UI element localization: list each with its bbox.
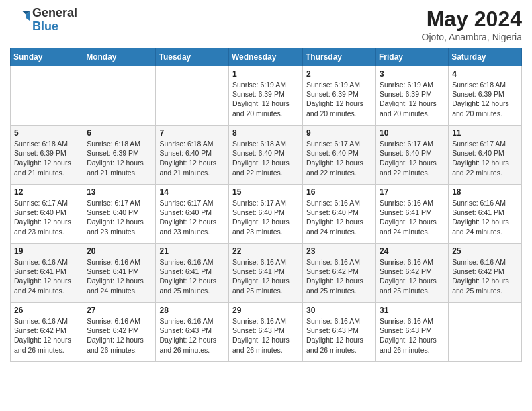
calendar-title: May 2024	[422, 7, 522, 32]
table-row: 12Sunrise: 6:17 AM Sunset: 6:40 PM Dayli…	[11, 185, 83, 244]
day-info: Sunrise: 6:18 AM Sunset: 6:39 PM Dayligh…	[14, 139, 79, 177]
day-number: 17	[380, 187, 445, 197]
table-row: 14Sunrise: 6:17 AM Sunset: 6:40 PM Dayli…	[156, 185, 229, 244]
col-tuesday: Tuesday	[156, 48, 229, 66]
table-row: 27Sunrise: 6:16 AM Sunset: 6:42 PM Dayli…	[83, 303, 156, 362]
logo-blue: Blue	[32, 20, 77, 34]
day-number: 10	[380, 128, 445, 138]
day-info: Sunrise: 6:16 AM Sunset: 6:42 PM Dayligh…	[452, 257, 518, 295]
table-row: 19Sunrise: 6:16 AM Sunset: 6:41 PM Dayli…	[11, 244, 83, 303]
day-info: Sunrise: 6:18 AM Sunset: 6:40 PM Dayligh…	[232, 139, 299, 177]
calendar-week-row: 1Sunrise: 6:19 AM Sunset: 6:39 PM Daylig…	[11, 66, 522, 126]
table-row: 1Sunrise: 6:19 AM Sunset: 6:39 PM Daylig…	[229, 66, 303, 126]
day-number: 15	[232, 187, 299, 197]
generalblue-logo-icon	[10, 10, 30, 30]
calendar-week-row: 5Sunrise: 6:18 AM Sunset: 6:39 PM Daylig…	[11, 126, 522, 185]
table-row: 9Sunrise: 6:17 AM Sunset: 6:40 PM Daylig…	[303, 126, 376, 185]
day-number: 26	[14, 306, 79, 315]
day-number: 3	[380, 69, 445, 79]
day-number: 24	[380, 246, 445, 256]
day-info: Sunrise: 6:16 AM Sunset: 6:43 PM Dayligh…	[232, 316, 299, 355]
col-monday: Monday	[83, 48, 156, 66]
day-info: Sunrise: 6:17 AM Sunset: 6:40 PM Dayligh…	[87, 198, 152, 236]
day-number: 12	[14, 187, 79, 197]
header: General Blue May 2024 Ojoto, Anambra, Ni…	[10, 7, 522, 42]
logo: General Blue	[10, 7, 77, 34]
day-info: Sunrise: 6:16 AM Sunset: 6:42 PM Dayligh…	[306, 257, 372, 295]
table-row	[83, 66, 156, 126]
calendar-week-row: 19Sunrise: 6:16 AM Sunset: 6:41 PM Dayli…	[11, 244, 522, 303]
day-info: Sunrise: 6:19 AM Sunset: 6:39 PM Dayligh…	[232, 80, 299, 118]
day-info: Sunrise: 6:16 AM Sunset: 6:41 PM Dayligh…	[87, 257, 152, 295]
table-row: 15Sunrise: 6:17 AM Sunset: 6:40 PM Dayli…	[229, 185, 303, 244]
day-info: Sunrise: 6:16 AM Sunset: 6:40 PM Dayligh…	[306, 198, 372, 236]
table-row: 28Sunrise: 6:16 AM Sunset: 6:43 PM Dayli…	[156, 303, 229, 362]
day-info: Sunrise: 6:16 AM Sunset: 6:42 PM Dayligh…	[87, 316, 152, 355]
weekday-header-row: Sunday Monday Tuesday Wednesday Thursday…	[11, 48, 522, 66]
table-row: 26Sunrise: 6:16 AM Sunset: 6:42 PM Dayli…	[11, 303, 83, 362]
day-info: Sunrise: 6:16 AM Sunset: 6:43 PM Dayligh…	[306, 316, 372, 355]
table-row: 5Sunrise: 6:18 AM Sunset: 6:39 PM Daylig…	[11, 126, 83, 185]
day-number: 28	[159, 306, 225, 315]
table-row: 7Sunrise: 6:18 AM Sunset: 6:40 PM Daylig…	[156, 126, 229, 185]
day-info: Sunrise: 6:16 AM Sunset: 6:41 PM Dayligh…	[159, 257, 225, 295]
day-info: Sunrise: 6:18 AM Sunset: 6:39 PM Dayligh…	[452, 80, 518, 118]
col-sunday: Sunday	[11, 48, 83, 66]
day-number: 8	[232, 128, 299, 138]
table-row	[11, 66, 83, 126]
day-info: Sunrise: 6:17 AM Sunset: 6:40 PM Dayligh…	[232, 198, 299, 236]
day-number: 14	[159, 187, 225, 197]
day-number: 23	[306, 246, 372, 256]
table-row: 22Sunrise: 6:16 AM Sunset: 6:41 PM Dayli…	[229, 244, 303, 303]
day-info: Sunrise: 6:16 AM Sunset: 6:41 PM Dayligh…	[14, 257, 79, 295]
table-row: 24Sunrise: 6:16 AM Sunset: 6:42 PM Dayli…	[376, 244, 449, 303]
page: General Blue May 2024 Ojoto, Anambra, Ni…	[0, 0, 532, 411]
table-row: 8Sunrise: 6:18 AM Sunset: 6:40 PM Daylig…	[229, 126, 303, 185]
day-info: Sunrise: 6:19 AM Sunset: 6:39 PM Dayligh…	[306, 80, 372, 118]
day-info: Sunrise: 6:19 AM Sunset: 6:39 PM Dayligh…	[380, 80, 445, 118]
day-info: Sunrise: 6:16 AM Sunset: 6:41 PM Dayligh…	[452, 198, 518, 236]
day-info: Sunrise: 6:16 AM Sunset: 6:43 PM Dayligh…	[380, 316, 445, 355]
calendar-body: 1Sunrise: 6:19 AM Sunset: 6:39 PM Daylig…	[11, 66, 522, 362]
col-friday: Friday	[376, 48, 449, 66]
day-info: Sunrise: 6:18 AM Sunset: 6:39 PM Dayligh…	[87, 139, 152, 177]
table-row: 21Sunrise: 6:16 AM Sunset: 6:41 PM Dayli…	[156, 244, 229, 303]
day-info: Sunrise: 6:17 AM Sunset: 6:40 PM Dayligh…	[380, 139, 445, 177]
day-number: 13	[87, 187, 152, 197]
day-number: 5	[14, 128, 79, 138]
day-number: 30	[306, 306, 372, 315]
day-number: 18	[452, 187, 518, 197]
day-info: Sunrise: 6:16 AM Sunset: 6:43 PM Dayligh…	[159, 316, 225, 355]
table-row: 29Sunrise: 6:16 AM Sunset: 6:43 PM Dayli…	[229, 303, 303, 362]
day-number: 21	[159, 246, 225, 256]
col-saturday: Saturday	[449, 48, 522, 66]
day-number: 6	[87, 128, 152, 138]
calendar-week-row: 12Sunrise: 6:17 AM Sunset: 6:40 PM Dayli…	[11, 185, 522, 244]
day-info: Sunrise: 6:16 AM Sunset: 6:41 PM Dayligh…	[380, 198, 445, 236]
calendar-subtitle: Ojoto, Anambra, Nigeria	[422, 32, 522, 42]
day-info: Sunrise: 6:17 AM Sunset: 6:40 PM Dayligh…	[14, 198, 79, 236]
day-info: Sunrise: 6:17 AM Sunset: 6:40 PM Dayligh…	[306, 139, 372, 177]
calendar-header: Sunday Monday Tuesday Wednesday Thursday…	[11, 48, 522, 66]
day-number: 11	[452, 128, 518, 138]
table-row: 13Sunrise: 6:17 AM Sunset: 6:40 PM Dayli…	[83, 185, 156, 244]
title-block: May 2024 Ojoto, Anambra, Nigeria	[422, 7, 522, 42]
day-number: 7	[159, 128, 225, 138]
table-row: 23Sunrise: 6:16 AM Sunset: 6:42 PM Dayli…	[303, 244, 376, 303]
day-info: Sunrise: 6:17 AM Sunset: 6:40 PM Dayligh…	[452, 139, 518, 177]
day-info: Sunrise: 6:16 AM Sunset: 6:41 PM Dayligh…	[232, 257, 299, 295]
day-info: Sunrise: 6:16 AM Sunset: 6:42 PM Dayligh…	[380, 257, 445, 295]
table-row: 4Sunrise: 6:18 AM Sunset: 6:39 PM Daylig…	[449, 66, 522, 126]
day-info: Sunrise: 6:16 AM Sunset: 6:42 PM Dayligh…	[14, 316, 79, 355]
table-row	[449, 303, 522, 362]
table-row: 16Sunrise: 6:16 AM Sunset: 6:40 PM Dayli…	[303, 185, 376, 244]
table-row: 30Sunrise: 6:16 AM Sunset: 6:43 PM Dayli…	[303, 303, 376, 362]
table-row: 31Sunrise: 6:16 AM Sunset: 6:43 PM Dayli…	[376, 303, 449, 362]
table-row: 18Sunrise: 6:16 AM Sunset: 6:41 PM Dayli…	[449, 185, 522, 244]
day-number: 4	[452, 69, 518, 79]
col-wednesday: Wednesday	[229, 48, 303, 66]
day-number: 20	[87, 246, 152, 256]
day-number: 16	[306, 187, 372, 197]
col-thursday: Thursday	[303, 48, 376, 66]
day-number: 2	[306, 69, 372, 79]
